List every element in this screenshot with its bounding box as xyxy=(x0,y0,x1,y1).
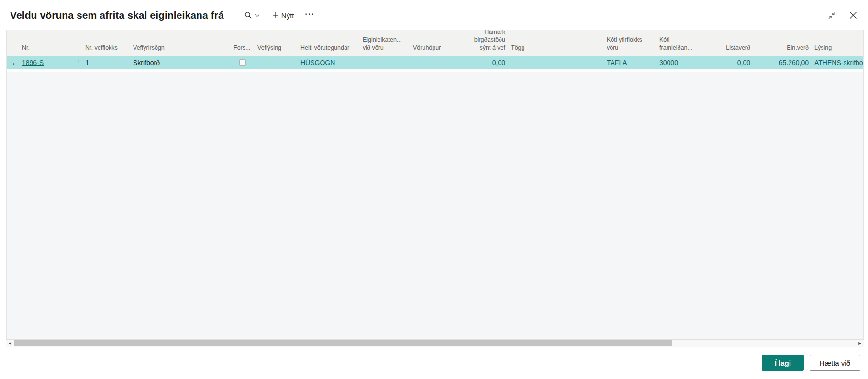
cell-koti-yfirflokks[interactable]: TAFLA xyxy=(605,56,657,69)
row-context-menu-icon[interactable]: ⋮ xyxy=(73,56,83,69)
cell-einverd[interactable]: 65.260,00 xyxy=(754,56,812,69)
cell-nr: 1896-S xyxy=(20,56,73,69)
cancel-button[interactable]: Hætta við xyxy=(810,355,860,371)
sort-ascending-icon: ↑ xyxy=(31,44,34,51)
search-button[interactable] xyxy=(242,10,263,21)
item-number-link[interactable]: 1896-S xyxy=(22,59,44,66)
dialog-footer: Í lagi Hætta við xyxy=(0,347,868,379)
search-icon xyxy=(245,11,252,19)
dialog-title: Veldu vöruna sem afrita skal eiginleikan… xyxy=(10,10,224,21)
column-header-listaverd[interactable]: Listaverð xyxy=(715,44,754,56)
column-header-voruhopur[interactable]: Vöruhópur xyxy=(411,44,461,56)
column-header-forsida[interactable]: Fors... xyxy=(232,44,256,56)
column-header-einverd[interactable]: Ein.verð xyxy=(754,44,812,56)
ok-button[interactable]: Í lagi xyxy=(762,355,804,371)
active-row-arrow-icon: → xyxy=(7,56,20,69)
grid-empty-area xyxy=(7,72,863,339)
column-header-eiginleikategund[interactable]: Eiginleikaten... við vöru xyxy=(361,36,411,56)
horizontal-scrollbar[interactable]: ◄ ► xyxy=(6,339,864,347)
cell-lysing[interactable]: ATHENS-skrifborð xyxy=(812,56,864,69)
new-button[interactable]: Nýtt xyxy=(269,10,297,22)
collapse-button[interactable] xyxy=(826,10,838,22)
column-header-koti-framleidanda[interactable]: Kóti framleiðan... xyxy=(657,36,715,56)
scroll-left-arrow-icon[interactable]: ◄ xyxy=(6,340,14,347)
forsida-checkbox[interactable] xyxy=(239,59,246,66)
column-header-hamark-birgdastodu[interactable]: Hámark birgðastöðu sýnt á vef xyxy=(461,30,509,56)
cell-nr-vefflokks[interactable]: 1 xyxy=(83,56,131,69)
cell-heiti-vorutegundar[interactable]: HÚSGÖGN xyxy=(299,56,361,69)
toolbar-divider xyxy=(234,9,234,22)
column-header-nr[interactable]: Nr. ↑ xyxy=(20,44,73,56)
chevron-down-icon xyxy=(255,14,260,17)
scroll-right-arrow-icon[interactable]: ► xyxy=(856,340,864,347)
more-options-button[interactable]: ⋯ xyxy=(302,8,318,22)
column-header-veffyrirsogn[interactable]: Veffyrirsögn xyxy=(131,44,232,56)
horizontal-scrollbar-thumb[interactable] xyxy=(14,340,672,346)
close-button[interactable] xyxy=(847,10,859,21)
column-header-togg[interactable]: Tögg xyxy=(509,44,605,56)
table-row-selected[interactable]: → 1896-S ⋮ 1 Skrifborð HÚSGÖGN 0,00 TAFL… xyxy=(7,56,863,69)
new-button-label: Nýtt xyxy=(281,11,294,20)
cell-listaverd[interactable]: 0,00 xyxy=(715,56,754,69)
lookup-dialog: Veldu vöruna sem afrita skal eiginleikan… xyxy=(0,0,868,379)
items-grid: Nr. ↑ Nr. vefflokks Veffyrirsögn Fors...… xyxy=(0,30,868,339)
column-header-nr-vefflokks[interactable]: Nr. vefflokks xyxy=(83,44,131,56)
grid-header-row: Nr. ↑ Nr. vefflokks Veffyrirsögn Fors...… xyxy=(7,30,863,56)
column-header-heiti-vorutegundar[interactable]: Heiti vörutegundar xyxy=(299,44,361,56)
close-icon xyxy=(849,11,857,19)
column-header-lysing[interactable]: Lýsing xyxy=(812,44,864,56)
cell-hamark-birgdastodu[interactable]: 0,00 xyxy=(461,56,509,69)
header-indicator-spacer xyxy=(7,52,20,56)
dialog-titlebar: Veldu vöruna sem afrita skal eiginleikan… xyxy=(0,0,868,30)
cell-koti-framleidanda[interactable]: 30000 xyxy=(657,56,715,69)
column-header-veflysing[interactable]: Veflýsing xyxy=(256,44,299,56)
column-header-koti-yfirflokks[interactable]: Kóti yfirflokks vöru xyxy=(605,36,657,56)
cell-veffyrirsogn[interactable]: Skrifborð xyxy=(131,56,232,69)
collapse-icon xyxy=(828,11,836,20)
cell-forsida xyxy=(232,59,256,66)
plus-icon xyxy=(272,12,279,19)
